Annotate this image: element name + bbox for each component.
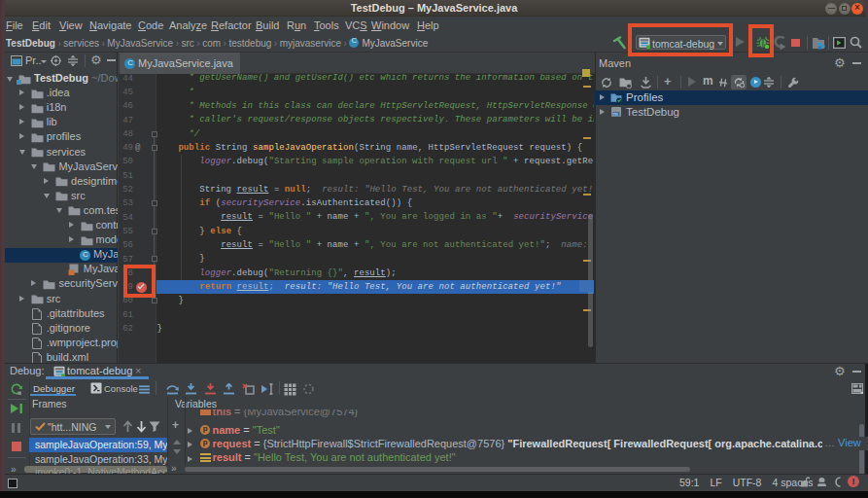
svg-text:m: m xyxy=(613,111,618,117)
